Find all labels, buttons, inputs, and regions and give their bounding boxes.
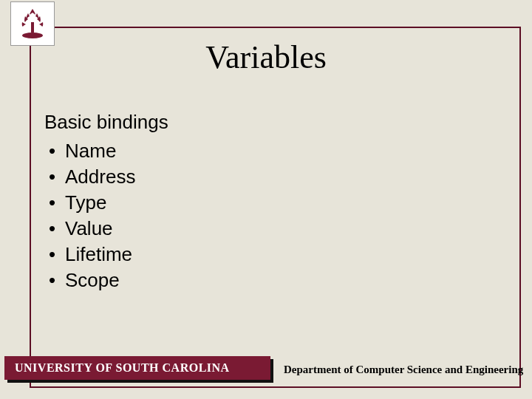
bullet-item: •Lifetime (44, 242, 502, 267)
bullet-text: Name (65, 140, 116, 162)
bullet-text: Address (65, 166, 135, 188)
content-heading: Basic bindings (44, 111, 502, 134)
bullet-text: Value (65, 217, 113, 239)
usc-logo (10, 1, 55, 46)
bullet-text: Scope (65, 269, 120, 291)
footer-department: Department of Computer Science and Engin… (270, 356, 532, 383)
tree-seal-icon (15, 6, 50, 41)
bullet-item: •Type (44, 190, 502, 216)
bullet-item: •Address (44, 164, 502, 190)
slide-content: Basic bindings •Name •Address •Type •Val… (44, 111, 502, 294)
bullet-item: •Scope (44, 267, 502, 293)
footer-university: UNIVERSITY OF SOUTH CAROLINA (4, 356, 270, 380)
bullet-item: •Name (44, 138, 502, 164)
slide-footer: UNIVERSITY OF SOUTH CAROLINA Department … (0, 356, 532, 383)
bullet-item: •Value (44, 216, 502, 242)
svg-rect-0 (31, 22, 34, 33)
bullet-text: Type (65, 191, 106, 214)
slide-title: Variables (0, 38, 532, 76)
footer-left-block: UNIVERSITY OF SOUTH CAROLINA (0, 356, 270, 383)
svg-rect-2 (25, 34, 40, 36)
bullet-text: Lifetime (65, 243, 132, 265)
